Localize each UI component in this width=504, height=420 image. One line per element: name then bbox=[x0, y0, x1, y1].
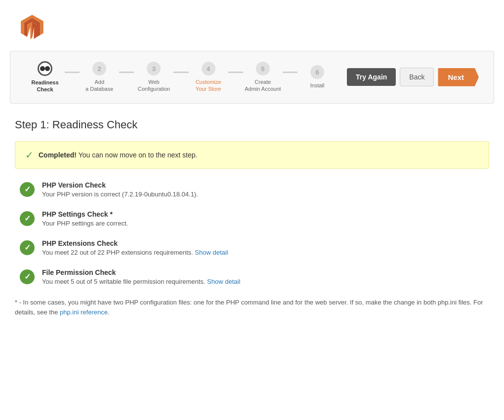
step-circle-1 bbox=[38, 61, 52, 76]
footer-note-end: . bbox=[108, 308, 110, 316]
connector-3-4 bbox=[173, 72, 188, 73]
step-1: ReadinessCheck bbox=[25, 61, 65, 93]
connector-5-6 bbox=[283, 72, 297, 73]
step-circle-4: 4 bbox=[202, 62, 215, 76]
logo-area bbox=[10, 10, 494, 51]
completed-banner: ✓ Completed! You can now move on to the … bbox=[15, 141, 489, 169]
step-6: 6 Install bbox=[297, 65, 337, 89]
check-title-php-version: PHP Version Check bbox=[42, 181, 198, 189]
content-area: Step 1: Readiness Check ✓ Completed! You… bbox=[10, 118, 494, 318]
check-content-file-permission: File Permission Check You meet 5 out of … bbox=[42, 268, 240, 285]
check-icon-php-extensions bbox=[20, 240, 35, 255]
check-item-php-extensions: PHP Extensions Check You meet 22 out of … bbox=[20, 239, 484, 256]
check-items-list: PHP Version Check Your PHP version is co… bbox=[15, 181, 489, 285]
completed-bold: Completed! bbox=[39, 151, 77, 159]
step-3: 3 WebConfiguration bbox=[134, 62, 173, 93]
check-content-php-settings: PHP Settings Check * Your PHP settings a… bbox=[42, 210, 128, 227]
check-icon-file-permission bbox=[20, 269, 35, 284]
check-desc-php-version: Your PHP version is correct (7.2.19-0ubu… bbox=[42, 191, 198, 198]
try-again-button[interactable]: Try Again bbox=[347, 68, 396, 86]
check-icon-php-settings bbox=[20, 211, 35, 226]
step-circle-5: 5 bbox=[256, 62, 270, 76]
step-4: 4 CustomizeYour Store bbox=[189, 62, 228, 93]
completed-check-icon: ✓ bbox=[25, 149, 34, 161]
connector-2-3 bbox=[119, 72, 134, 73]
step-5: 5 CreateAdmin Account bbox=[243, 62, 283, 93]
buttons-area: Try Again Back Next bbox=[347, 68, 479, 86]
back-button[interactable]: Back bbox=[400, 68, 434, 86]
check-item-php-version: PHP Version Check Your PHP version is co… bbox=[20, 181, 484, 198]
connector-4-5 bbox=[228, 72, 243, 73]
check-icon-php-version bbox=[20, 182, 35, 197]
next-button[interactable]: Next bbox=[438, 68, 479, 86]
footer-note: * - In some cases, you might have two PH… bbox=[15, 298, 489, 318]
progress-section: ReadinessCheck 2 Adda Database 3 WebConf… bbox=[10, 51, 494, 104]
step-label-4: CustomizeYour Store bbox=[196, 78, 221, 93]
check-desc-php-settings: Your PHP settings are correct. bbox=[42, 220, 128, 227]
step-label-6: Install bbox=[310, 82, 325, 89]
step-label-1: ReadinessCheck bbox=[31, 79, 58, 93]
check-content-php-version: PHP Version Check Your PHP version is co… bbox=[42, 181, 198, 198]
check-item-file-permission: File Permission Check You meet 5 out of … bbox=[20, 268, 484, 285]
connector-1-2 bbox=[65, 72, 80, 73]
step-circle-6: 6 bbox=[310, 65, 324, 79]
check-item-php-settings: PHP Settings Check * Your PHP settings a… bbox=[20, 210, 484, 227]
step-label-2: Adda Database bbox=[85, 78, 113, 93]
show-detail-permissions-link[interactable]: Show detail bbox=[207, 278, 240, 285]
check-title-php-extensions: PHP Extensions Check bbox=[42, 239, 228, 247]
check-desc-php-extensions: You meet 22 out of 22 PHP extensions req… bbox=[42, 249, 228, 256]
check-desc-file-permission: You meet 5 out of 5 writable file permis… bbox=[42, 278, 240, 285]
step-circle-3: 3 bbox=[147, 62, 161, 76]
check-title-php-settings: PHP Settings Check * bbox=[42, 210, 128, 218]
page-title: Step 1: Readiness Check bbox=[15, 118, 489, 131]
show-detail-extensions-link[interactable]: Show detail bbox=[195, 249, 228, 256]
step-2: 2 Adda Database bbox=[80, 62, 119, 93]
completed-message: You can now move on to the next step. bbox=[77, 151, 197, 159]
step-circle-2: 2 bbox=[92, 62, 106, 76]
check-title-file-permission: File Permission Check bbox=[42, 268, 240, 276]
magento-logo bbox=[20, 15, 44, 39]
steps-wrapper: ReadinessCheck 2 Adda Database 3 WebConf… bbox=[25, 61, 337, 93]
step-label-3: WebConfiguration bbox=[138, 78, 170, 93]
completed-text: Completed! You can now move on to the ne… bbox=[39, 151, 197, 159]
step-label-5: CreateAdmin Account bbox=[245, 78, 281, 93]
phpini-reference-link[interactable]: php.ini reference bbox=[60, 308, 108, 316]
check-content-php-extensions: PHP Extensions Check You meet 22 out of … bbox=[42, 239, 228, 256]
